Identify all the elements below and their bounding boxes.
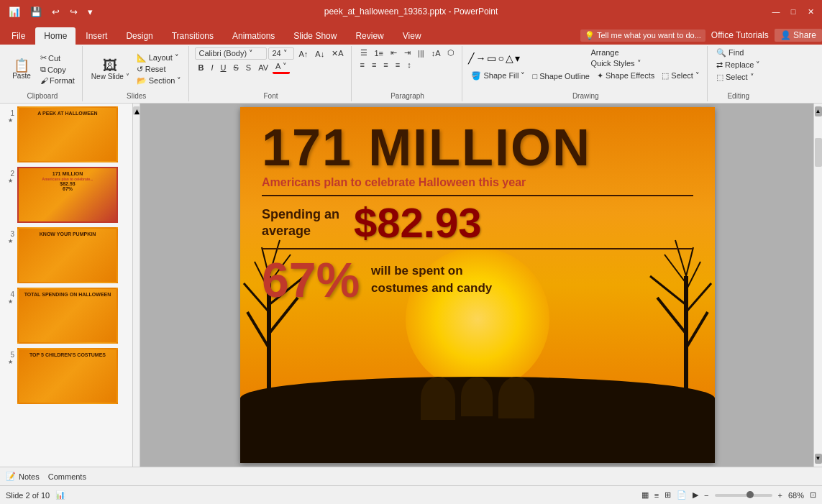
zoom-out-button[interactable]: − (704, 491, 708, 500)
align-center-button[interactable]: ≡ (369, 60, 379, 70)
arrange-button[interactable]: Arrange (588, 47, 644, 58)
columns-button[interactable]: ||| (415, 48, 427, 58)
paste-button[interactable]: 📋 Paste (7, 49, 36, 89)
slide-image-4[interactable]: TOTAL SPENDING ON HALLOWEEN (17, 288, 118, 344)
slide-panel[interactable]: 1 ★ A PEEK AT HALLOWEEN 2 ★ 171 MILLIONA… (0, 104, 133, 467)
tab-insert[interactable]: Insert (77, 27, 116, 45)
select-button[interactable]: ⬚ Select ˅ (659, 70, 703, 81)
find-button[interactable]: 🔍 Find (713, 47, 746, 58)
copy-button[interactable]: ⧉ Copy (37, 64, 78, 75)
quick-undo-button[interactable]: ↩ (49, 5, 63, 19)
scroll-up-arrow[interactable]: ▲ (815, 106, 822, 116)
tab-design[interactable]: Design (117, 27, 161, 45)
clear-format-button[interactable]: ✕A (329, 48, 346, 59)
comments-button[interactable]: Comments (48, 472, 86, 481)
bold-button[interactable]: B (195, 63, 206, 73)
tab-animations[interactable]: Animations (224, 27, 283, 45)
slide-thumb-2[interactable]: 2 ★ 171 MILLIONAmericans plan to celebra… (3, 167, 129, 223)
triangle-shape[interactable]: △ (506, 52, 513, 64)
tell-me-input[interactable]: 💡 Tell me what you want to do... (580, 29, 705, 42)
decrease-font-button[interactable]: A↓ (312, 49, 327, 59)
format-painter-button[interactable]: 🖌 Format (37, 75, 78, 86)
slides-content: 🖼 New Slide ˅ 📐 Layout ˅ ↺ Reset 📂 Secti… (88, 47, 185, 91)
more-shapes[interactable]: ▾ (515, 52, 520, 64)
slide-thumb-3[interactable]: 3 ★ KNOW YOUR PUMPKIN (3, 227, 129, 283)
increase-indent-button[interactable]: ⇥ (401, 47, 414, 58)
font-color-button[interactable]: A ˅ (273, 61, 290, 74)
smart-art-button[interactable]: ⬡ (444, 47, 457, 58)
scroll-down-arrow[interactable]: ▼ (815, 454, 822, 464)
bullets-button[interactable]: ☰ (357, 47, 370, 58)
line-spacing-button[interactable]: ↕ (404, 60, 414, 70)
select-editing-button[interactable]: ⬚ Select ˅ (713, 72, 757, 83)
shadow-button[interactable]: S (243, 63, 254, 73)
rect-shape[interactable]: ▭ (487, 52, 496, 64)
slide-text-area[interactable]: 171 MILLION Americans plan to celebrate … (262, 122, 693, 304)
decrease-indent-button[interactable]: ⇤ (388, 47, 400, 58)
quick-save-button[interactable]: 💾 (27, 5, 45, 19)
presenter-view-button[interactable]: ▶ (693, 490, 698, 500)
close-button[interactable]: ✕ (805, 6, 816, 17)
notes-button[interactable]: Notes (19, 472, 40, 481)
vertical-scrollbar-left[interactable]: ▲ (133, 104, 140, 467)
circle-shape[interactable]: ○ (498, 52, 503, 64)
line-shape[interactable]: ╱ (468, 52, 474, 64)
scroll-thumb[interactable] (815, 138, 822, 167)
slide-image-5[interactable]: TOP 5 CHILDREN'S COSTUMES (17, 348, 118, 404)
justify-button[interactable]: ≡ (393, 60, 403, 70)
tab-slideshow[interactable]: Slide Show (285, 27, 345, 45)
quick-redo-button[interactable]: ↪ (67, 5, 81, 19)
zoom-slider[interactable] (715, 494, 772, 497)
numbering-button[interactable]: 1≡ (372, 48, 387, 58)
quick-styles-button[interactable]: Quick Styles ˅ (588, 58, 644, 69)
underline-button[interactable]: U (217, 63, 229, 73)
slide-image-2[interactable]: 171 MILLIONAmericans plan to celebrate..… (17, 167, 118, 223)
vertical-scrollbar[interactable]: ▲ ▼ (813, 104, 822, 467)
tab-review[interactable]: Review (347, 27, 392, 45)
strikethrough-button[interactable]: S (230, 63, 241, 73)
slide-thumb-4[interactable]: 4 ★ TOTAL SPENDING ON HALLOWEEN (3, 288, 129, 344)
office-tutorials-link[interactable]: Office Tutorials (711, 30, 769, 40)
maximize-button[interactable]: □ (787, 6, 799, 17)
slide-thumb-1[interactable]: 1 ★ A PEEK AT HALLOWEEN (3, 106, 129, 162)
text-direction-button[interactable]: ↕A (429, 48, 444, 58)
normal-view-button[interactable]: ▦ (641, 490, 649, 500)
reset-button[interactable]: ↺ Reset (134, 64, 185, 75)
minimize-button[interactable]: — (770, 6, 782, 17)
char-spacing-button[interactable]: AV (255, 63, 271, 73)
increase-font-button[interactable]: A↑ (296, 49, 311, 59)
zoom-in-button[interactable]: + (778, 491, 782, 500)
customize-quick-access[interactable]: ▾ (85, 5, 96, 19)
tab-transitions[interactable]: Transitions (163, 27, 222, 45)
scroll-up-button[interactable]: ▲ (133, 106, 140, 115)
slide-sorter-button[interactable]: ⊞ (665, 490, 671, 500)
tab-view[interactable]: View (394, 27, 430, 45)
share-button[interactable]: 👤 Share (775, 29, 822, 42)
shape-outline-button[interactable]: □ Shape Outline (530, 71, 593, 81)
zoom-slider-thumb[interactable] (746, 491, 754, 498)
font-size-selector[interactable]: 24 ˅ (268, 47, 294, 60)
shape-fill-button[interactable]: 🪣 Shape Fill ˅ (468, 70, 528, 81)
reading-view-button[interactable]: 📄 (677, 490, 687, 500)
canvas-area[interactable]: ▲ (133, 104, 822, 467)
slide-thumb-5[interactable]: 5 ★ TOP 5 CHILDREN'S COSTUMES (3, 348, 129, 404)
fit-slide-button[interactable]: ⊡ (810, 490, 816, 500)
italic-button[interactable]: I (208, 63, 216, 73)
cut-button[interactable]: ✂ Cut (37, 52, 78, 63)
align-left-button[interactable]: ≡ (357, 60, 367, 70)
slide-image-1[interactable]: A PEEK AT HALLOWEEN (17, 106, 118, 162)
tab-home[interactable]: Home (35, 27, 76, 45)
new-slide-button[interactable]: 🖼 New Slide ˅ (88, 49, 132, 89)
replace-button[interactable]: ⇄ Replace ˅ (713, 60, 763, 70)
font-selector[interactable]: Calibri (Body) ˅ (195, 47, 267, 60)
outline-view-button[interactable]: ≡ (654, 491, 659, 500)
main-slide[interactable]: 171 MILLION Americans plan to celebrate … (240, 107, 715, 463)
arrow-shape[interactable]: → (475, 52, 485, 64)
slide-image-3[interactable]: KNOW YOUR PUMPKIN (17, 227, 118, 283)
section-button[interactable]: 📂 Section ˅ (134, 75, 185, 86)
align-right-button[interactable]: ≡ (380, 60, 391, 70)
slide-num-3: 3 (3, 227, 14, 238)
tab-file[interactable]: File (3, 27, 34, 45)
shape-effects-button[interactable]: ✦ Shape Effects (594, 70, 657, 81)
layout-button[interactable]: 📐 Layout ˅ (134, 52, 185, 63)
